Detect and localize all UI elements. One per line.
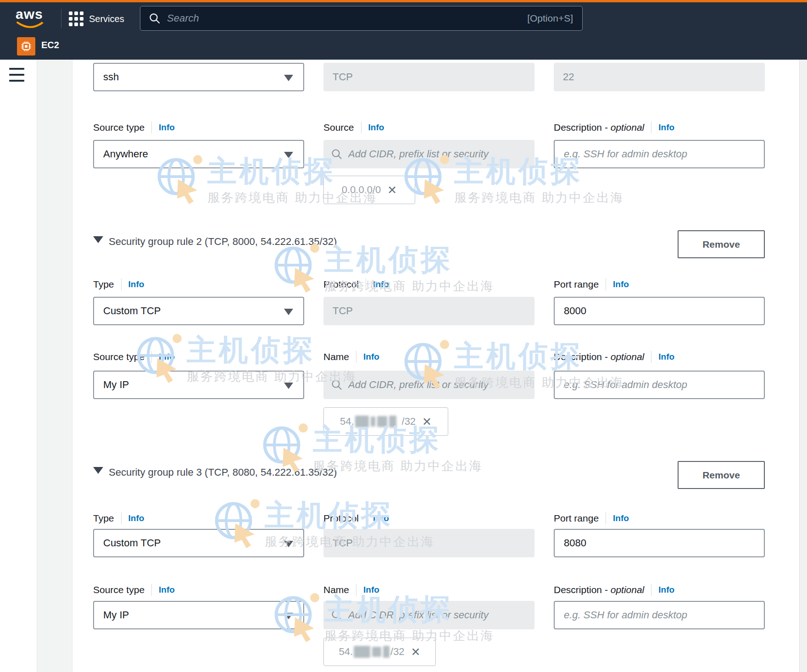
source-type-label: Source type: [93, 584, 145, 595]
info-link[interactable]: Info: [128, 279, 145, 289]
info-link[interactable]: Info: [373, 513, 389, 523]
ec2-service-icon[interactable]: [17, 37, 35, 56]
rule3-heading: Security group rule 3 (TCP, 8080, 54.222…: [109, 465, 337, 480]
info-link[interactable]: Info: [373, 279, 389, 289]
info-link[interactable]: Info: [363, 352, 379, 362]
description-label: Description - optional: [554, 122, 644, 133]
aws-smile-icon: [16, 21, 44, 30]
rule3-remove-button[interactable]: Remove: [678, 461, 765, 489]
search-icon: [149, 12, 161, 24]
rule1-description-input[interactable]: [554, 140, 765, 168]
name-label: Name: [323, 584, 349, 595]
name-label: Name: [323, 351, 349, 362]
close-icon[interactable]: ✕: [422, 415, 432, 428]
rule2-description-input[interactable]: [554, 371, 765, 399]
info-link[interactable]: Info: [159, 585, 175, 595]
redacted-ip-segment: [372, 647, 381, 657]
aws-logo[interactable]: aws: [16, 7, 45, 31]
info-link[interactable]: Info: [613, 513, 629, 523]
close-icon[interactable]: ✕: [411, 645, 421, 659]
rule1-source-type-value: Anywhere: [103, 148, 148, 160]
breadcrumb-app-label[interactable]: EC2: [41, 40, 59, 50]
type-label: Type: [93, 279, 114, 290]
port-range-label: Port range: [554, 279, 599, 290]
navbar-divider: [61, 9, 61, 28]
info-link[interactable]: Info: [159, 122, 175, 133]
rule3-type-select[interactable]: Custom TCP: [93, 529, 304, 557]
close-icon[interactable]: ✕: [387, 183, 397, 197]
rule2-protocol-value: TCP: [333, 305, 353, 317]
rule2-protocol-field: TCP: [323, 297, 534, 325]
rule2-remove-button[interactable]: Remove: [678, 230, 765, 258]
info-link[interactable]: Info: [128, 513, 145, 523]
protocol-label: Protocol: [323, 513, 359, 524]
rule3-name-text-input[interactable]: [343, 600, 534, 630]
info-link[interactable]: Info: [658, 122, 674, 133]
search-icon: [331, 379, 343, 391]
info-link[interactable]: Info: [368, 122, 384, 133]
collapse-triangle-icon[interactable]: [93, 236, 103, 243]
rule2-name-text-input[interactable]: [343, 370, 534, 400]
source-type-label: Source type: [93, 351, 145, 362]
rule2-description-label-row: Description - optional Info: [554, 350, 674, 364]
redacted-ip-segment: [383, 646, 390, 658]
rule2-protocol-label-row: Protocol Info: [323, 278, 389, 291]
rule3-port-input[interactable]: [554, 529, 765, 557]
vertical-scrollbar[interactable]: [799, 60, 807, 672]
rule1-port-value: 22: [563, 71, 574, 83]
global-search-input[interactable]: Search [Option+S]: [140, 6, 583, 31]
rule2-heading: Security group rule 2 (TCP, 8000, 54.222…: [109, 234, 337, 250]
source-label: Source: [323, 122, 354, 133]
rule3-source-type-select[interactable]: My IP: [93, 601, 304, 629]
rule1-cidr-tag: 0.0.0.0/0 ✕: [323, 176, 415, 204]
rule1-protocol-field: TCP: [323, 63, 534, 91]
info-link[interactable]: Info: [658, 585, 674, 595]
chevron-down-icon: [284, 152, 293, 158]
info-link[interactable]: Info: [613, 279, 629, 289]
services-menu[interactable]: Services: [89, 12, 124, 25]
rule2-description-text-input[interactable]: [555, 371, 764, 399]
info-link[interactable]: Info: [159, 352, 175, 362]
info-link[interactable]: Info: [658, 352, 674, 362]
rule1-description-text-input[interactable]: [555, 140, 764, 168]
rule2-port-label-row: Port range Info: [554, 278, 629, 291]
chevron-down-icon: [284, 309, 293, 315]
rule3-name-input[interactable]: [323, 601, 534, 629]
rule3-source-type-label-row: Source type Info: [93, 583, 175, 597]
rule1-source-type-label-row: Source type Info: [93, 121, 175, 134]
rule2-type-label-row: Type Info: [93, 278, 144, 291]
rule1-source-input[interactable]: [323, 140, 534, 168]
rule1-description-label-row: Description - optional Info: [554, 121, 674, 134]
chevron-down-icon: [284, 75, 293, 81]
rule2-name-input[interactable]: [323, 371, 534, 399]
rule2-port-input[interactable]: [554, 297, 765, 325]
rule3-type-value: Custom TCP: [103, 537, 161, 549]
rule3-cidr-tag: 54. /32 ✕: [323, 638, 436, 666]
search-shortcut-hint: [Option+S]: [527, 13, 573, 24]
rule2-source-type-select[interactable]: My IP: [93, 371, 304, 399]
rule1-type-value: ssh: [103, 71, 119, 83]
rule2-type-select[interactable]: Custom TCP: [93, 297, 304, 325]
redacted-ip-segment: [389, 416, 396, 428]
rule1-source-text-input[interactable]: [343, 139, 534, 169]
rule1-source-type-select[interactable]: Anywhere: [93, 140, 304, 168]
cidr-prefix: 54.: [339, 646, 353, 658]
rule3-source-type-value: My IP: [103, 609, 129, 621]
port-range-label: Port range: [554, 513, 599, 524]
aws-logo-text: aws: [16, 7, 45, 21]
services-grid-icon[interactable]: [69, 11, 83, 26]
menu-hamburger-icon[interactable]: [9, 68, 24, 83]
chevron-down-icon: [284, 383, 293, 389]
rule3-description-text-input[interactable]: [555, 601, 764, 629]
rule1-type-select[interactable]: ssh: [93, 63, 304, 91]
rule1-source-label-row: Source Info: [323, 121, 384, 134]
rule3-name-label-row: Name Info: [323, 583, 379, 597]
rule3-description-label-row: Description - optional Info: [554, 583, 674, 597]
search-placeholder: Search: [167, 12, 527, 24]
rule3-description-input[interactable]: [554, 601, 765, 629]
rule3-port-label-row: Port range Info: [554, 511, 629, 525]
rule2-port-text-input[interactable]: [555, 297, 764, 325]
collapse-triangle-icon[interactable]: [93, 467, 103, 474]
info-link[interactable]: Info: [363, 585, 379, 595]
rule3-port-text-input[interactable]: [555, 529, 764, 557]
